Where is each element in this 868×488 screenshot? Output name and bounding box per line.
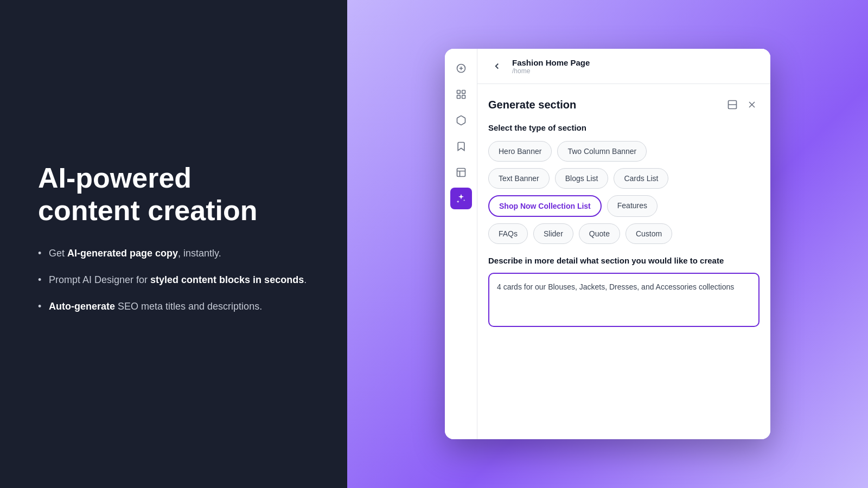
chip-blogs-list[interactable]: Blogs List (555, 168, 609, 189)
svg-rect-5 (457, 95, 460, 99)
app-main: Fashion Home Page /home Generate section (477, 49, 770, 439)
close-icon[interactable] (744, 97, 760, 112)
panel-content: Generate section (477, 84, 770, 439)
chips-row-3: Shop Now Collection List Features (488, 195, 760, 217)
chip-features[interactable]: Features (607, 195, 658, 217)
chips-row-2: Text Banner Blogs List Cards List (488, 168, 760, 189)
chips-row-4: FAQs Slider Quote Custom (488, 223, 760, 244)
chip-shop-now[interactable]: Shop Now Collection List (488, 195, 602, 217)
chip-slider[interactable]: Slider (533, 223, 573, 244)
svg-rect-3 (457, 91, 460, 94)
feature-item-1: Get AI-generated page copy, instantly. (38, 246, 309, 261)
feature-list: Get AI-generated page copy, instantly. P… (38, 246, 309, 326)
panel-title: Generate section (488, 99, 576, 111)
headline: AI-powered content creation (38, 162, 309, 227)
chip-custom[interactable]: Custom (626, 223, 672, 244)
chip-two-column-banner[interactable]: Two Column Banner (557, 141, 647, 162)
layout-icon[interactable] (450, 84, 472, 105)
chip-quote[interactable]: Quote (579, 223, 620, 244)
tool-icon[interactable] (450, 162, 472, 183)
describe-textarea[interactable]: 4 cards for our Blouses, Jackets, Dresse… (488, 273, 760, 327)
left-panel: AI-powered content creation Get AI-gener… (0, 0, 347, 488)
right-panel: Fashion Home Page /home Generate section (347, 0, 868, 488)
back-button[interactable] (488, 57, 506, 75)
header-text: Fashion Home Page /home (512, 58, 760, 75)
chips-row-1: Hero Banner Two Column Banner (488, 141, 760, 162)
page-title: Fashion Home Page (512, 58, 760, 67)
panel-header-icons (725, 97, 760, 112)
layout-toggle-icon[interactable] (725, 97, 740, 112)
chip-faqs[interactable]: FAQs (488, 223, 528, 244)
svg-rect-7 (457, 169, 465, 177)
sparkles-icon[interactable] (450, 188, 472, 209)
svg-rect-4 (462, 91, 465, 94)
app-header: Fashion Home Page /home (477, 49, 770, 84)
chip-cards-list[interactable]: Cards List (614, 168, 668, 189)
panel-header: Generate section (488, 97, 760, 112)
app-sidebar (445, 49, 477, 439)
feature-item-2: Prompt AI Designer for styled content bl… (38, 273, 309, 287)
section-type-label: Select the type of section (488, 123, 760, 132)
chip-text-banner[interactable]: Text Banner (488, 168, 550, 189)
bookmark-icon[interactable] (450, 136, 472, 157)
describe-label: Describe in more detail what section you… (488, 255, 760, 266)
svg-rect-6 (462, 95, 465, 99)
plus-circle-icon[interactable] (450, 57, 472, 79)
chip-hero-banner[interactable]: Hero Banner (488, 141, 552, 162)
app-window: Fashion Home Page /home Generate section (445, 49, 770, 439)
feature-item-3: Auto-generate SEO meta titles and descri… (38, 299, 309, 314)
box-icon[interactable] (450, 110, 472, 131)
page-subtitle: /home (512, 67, 760, 75)
